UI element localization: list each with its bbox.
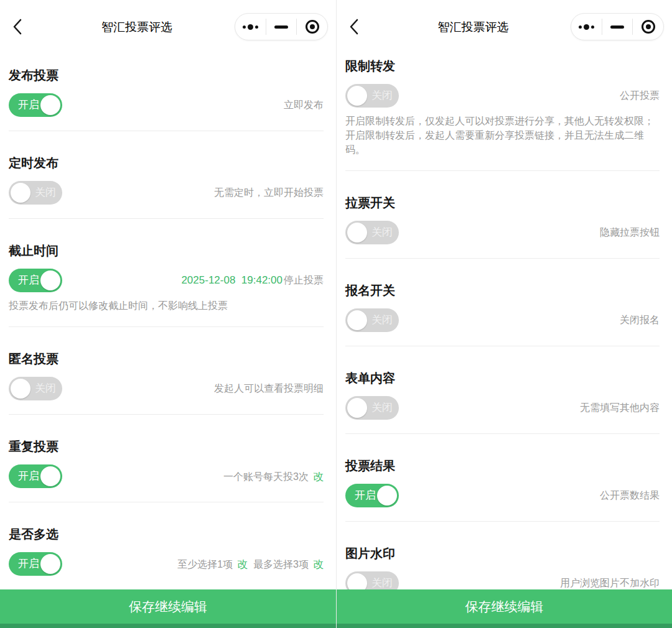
toggle-knob [347, 86, 367, 106]
toggle-vote-result[interactable]: 开启 [345, 484, 399, 507]
divider [345, 346, 660, 346]
divider [345, 433, 660, 434]
section-title: 发布投票 [9, 67, 324, 84]
toggle-restrict-share[interactable]: 关闭 [345, 84, 399, 108]
settings-list: 发布投票 开启 立即发布 定时发布 关闭 无需定时，立即开始投票 [0, 67, 336, 590]
toggle-state-label: 开启 [18, 552, 39, 576]
toggle-canvass[interactable]: 关闭 [345, 221, 399, 244]
divider [345, 521, 660, 522]
hint-text: 无需定时，立即开始投票 [214, 187, 324, 200]
close-button[interactable] [297, 14, 327, 40]
toggle-signup[interactable]: 关闭 [345, 308, 399, 332]
hint-text: 立即发布 [284, 99, 324, 112]
setting-repeat-vote: 重复投票 开启 一个账号每天投3次改 [9, 438, 324, 502]
hint-text: 用户浏览图片不加水印 [560, 577, 660, 590]
setting-signup: 报名开关 关闭 关闭报名 [345, 282, 660, 346]
edit-link[interactable]: 改 [313, 471, 324, 483]
hint-text: 隐藏拉票按钮 [600, 226, 660, 239]
hint-part: 至少选择1项 [177, 559, 233, 570]
setting-scheduled-publish: 定时发布 关闭 无需定时，立即开始投票 [9, 155, 324, 219]
hint-text: 一个账号每天投3次改 [223, 469, 324, 484]
section-title: 重复投票 [9, 438, 324, 455]
toggle-state-label: 关闭 [371, 84, 393, 108]
minimize-button[interactable] [266, 14, 297, 40]
back-button[interactable] [345, 16, 363, 37]
toggle-state-label: 关闭 [35, 181, 56, 205]
chevron-left-icon [349, 18, 359, 35]
toggle-scheduled-publish[interactable]: 关闭 [9, 181, 62, 205]
close-icon [306, 20, 319, 34]
capsule [571, 13, 664, 40]
save-continue-button[interactable]: 保存继续编辑 [337, 589, 672, 624]
hint-part: 一个账号每天投3次 [223, 471, 309, 482]
hint-text: 关闭报名 [620, 314, 660, 327]
section-title: 限制转发 [345, 58, 660, 75]
minimize-icon [610, 25, 624, 29]
setting-image-watermark: 图片水印 关闭 用户浏览图片不加水印 [345, 545, 660, 595]
section-title: 图片水印 [345, 545, 660, 562]
hint-part: 最多选择3项 [253, 559, 309, 570]
section-title: 投票结果 [345, 458, 660, 474]
section-description: 开启限制转发后，仅发起人可以对投票进行分享，其他人无转发权限；开启限制转发后，发… [345, 114, 660, 157]
section-title: 拉票开关 [345, 195, 660, 211]
hint-text: 无需填写其他内容 [580, 402, 660, 415]
more-icon [579, 24, 594, 30]
hint-text: 发起人可以查看投票明细 [214, 382, 324, 395]
toggle-state-label: 开启 [18, 93, 39, 117]
section-title: 匿名投票 [9, 351, 324, 367]
toggle-form-content[interactable]: 关闭 [345, 396, 399, 420]
toggle-state-label: 关闭 [371, 221, 393, 244]
toggle-knob [11, 379, 30, 399]
toggle-knob [347, 223, 367, 242]
more-button[interactable] [235, 14, 266, 40]
nav-bar: 智汇投票评选 [0, 0, 336, 53]
setting-deadline: 截止时间 开启 2025-12-08 19:42:00停止投票 投票发布后仍可以… [9, 242, 324, 327]
toggle-knob [347, 310, 367, 330]
back-button[interactable] [9, 16, 26, 37]
divider [9, 131, 324, 131]
hint-text: 至少选择1项改最多选择3项改 [177, 557, 324, 571]
more-icon [243, 24, 258, 30]
toggle-state-label: 开启 [355, 484, 376, 507]
divider [345, 170, 660, 171]
right-screen: 智汇投票评选 限制转发 关闭 公开投票 开 [336, 0, 672, 628]
deadline-datetime[interactable]: 2025-12-08 19:42:00 [181, 274, 282, 286]
setting-vote-result: 投票结果 开启 公开票数结果 [345, 458, 660, 522]
setting-form-content: 表单内容 关闭 无需填写其他内容 [345, 370, 660, 434]
section-title: 是否多选 [9, 526, 324, 543]
edit-link-max[interactable]: 改 [313, 558, 324, 570]
hint-suffix: 停止投票 [284, 275, 324, 285]
toggle-knob [40, 466, 60, 486]
page-title: 智汇投票评选 [50, 19, 224, 35]
divider [9, 502, 324, 502]
toggle-state-label: 关闭 [371, 308, 393, 332]
toggle-repeat-vote[interactable]: 开启 [9, 464, 62, 488]
toggle-knob [377, 486, 397, 506]
setting-restrict-share: 限制转发 关闭 公开投票 开启限制转发后，仅发起人可以对投票进行分享，其他人无转… [345, 58, 660, 171]
left-screen: 智汇投票评选 发布投票 开启 立即发布 [0, 0, 336, 628]
toggle-multi-select[interactable]: 开启 [9, 552, 62, 576]
toggle-deadline[interactable]: 开启 [9, 269, 62, 292]
toggle-knob [11, 183, 30, 203]
nav-bar: 智汇投票评选 [337, 0, 672, 53]
close-button[interactable] [633, 14, 663, 40]
section-title: 截止时间 [9, 242, 324, 259]
toggle-knob [347, 398, 367, 418]
minimize-button[interactable] [602, 14, 633, 40]
save-continue-button[interactable]: 保存继续编辑 [0, 589, 336, 624]
toggle-knob [40, 554, 60, 574]
section-description: 投票发布后仍可以修改截止时间，不影响线上投票 [9, 298, 324, 313]
toggle-anonymous-vote[interactable]: 关闭 [9, 377, 62, 400]
edit-link-min[interactable]: 改 [237, 558, 248, 570]
section-title: 定时发布 [9, 155, 324, 172]
hint-text: 公开投票 [620, 90, 660, 103]
close-icon [642, 20, 655, 34]
toggle-state-label: 关闭 [371, 396, 393, 420]
settings-list: 限制转发 关闭 公开投票 开启限制转发后，仅发起人可以对投票进行分享，其他人无转… [337, 58, 672, 595]
chevron-left-icon [12, 18, 22, 35]
toggle-publish-vote[interactable]: 开启 [9, 93, 62, 117]
toggle-state-label: 开启 [18, 464, 39, 488]
toggle-state-label: 开启 [18, 269, 39, 292]
section-title: 表单内容 [345, 370, 660, 387]
more-button[interactable] [571, 14, 602, 40]
